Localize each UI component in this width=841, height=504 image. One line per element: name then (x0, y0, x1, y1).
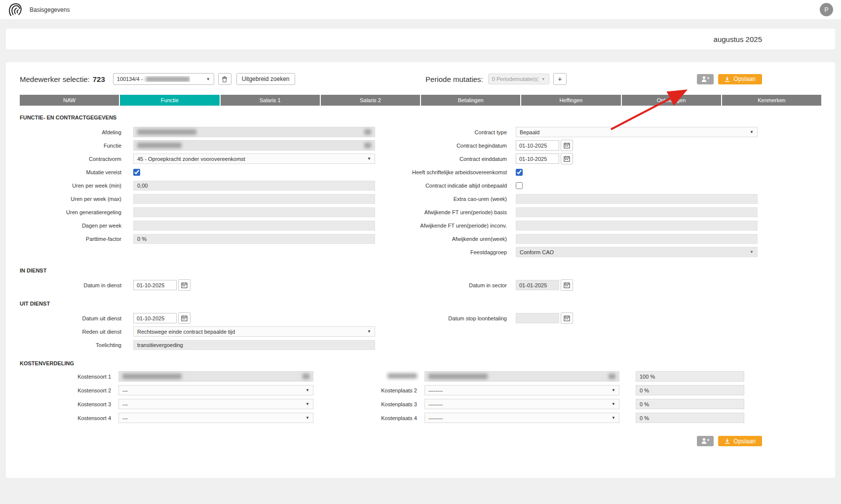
ft-inconv-input[interactable] (516, 221, 758, 231)
uren-max-row: Uren per week (max) (20, 192, 395, 205)
datum-in-sector-calendar-button[interactable] (561, 279, 573, 291)
kostensoort-4-value: --- (122, 415, 128, 421)
datum-in-sector-label: Datum in sector (410, 282, 516, 288)
kostenplaats-4-select[interactable]: -------- ▼ (424, 413, 619, 423)
tab-functie[interactable]: Functie (120, 95, 219, 106)
kosten-row-1: Kostensoort 1 (20, 371, 821, 382)
dagen-per-week-label: Dagen per week (20, 223, 133, 229)
contract-begindatum-input[interactable] (516, 140, 559, 151)
datum-in-dienst-calendar-button[interactable] (178, 279, 191, 291)
save-button-bottom[interactable]: Opslaan (718, 436, 762, 446)
toelichting-input[interactable] (133, 340, 375, 350)
caret-down-icon: ▼ (206, 77, 210, 81)
employee-select[interactable]: 100134/4 - ▼ (113, 73, 214, 85)
uren-min-input[interactable] (133, 181, 375, 191)
period-mutations-label: Periode mutaties: (425, 75, 483, 83)
extra-cao-input[interactable] (516, 194, 758, 204)
datum-uit-dienst-row: Datum uit dienst (20, 311, 395, 325)
ft-inconv-label: Afwijkende FT uren(periode) inconv. (410, 223, 516, 229)
datum-in-dienst-input[interactable] (133, 280, 177, 290)
kostensoort-4-select[interactable]: --- ▼ (118, 413, 313, 423)
datum-in-dienst-label: Datum in dienst (20, 282, 133, 288)
parttime-factor-row: Parttime-factor (20, 232, 395, 245)
app-header: Basisgegevens P (0, 0, 841, 20)
caret-down-icon: ▼ (612, 416, 615, 420)
stop-loonbetaling-calendar-button[interactable] (561, 312, 573, 324)
kostenplaats-3-select[interactable]: -------- ▼ (424, 399, 619, 409)
feestdaggroep-select[interactable]: Conform CAO ▼ (516, 247, 758, 257)
kostensoort-1-select[interactable] (118, 371, 313, 382)
employee-number: 100134/4 - (117, 76, 143, 82)
person-add-icon (701, 76, 710, 82)
datum-uit-dienst-input[interactable] (133, 313, 177, 323)
contract-einddatum-row: Contract einddatum (410, 152, 821, 165)
advanced-search-button[interactable]: Uitgebreid zoeken (236, 73, 295, 85)
tab-heffingen[interactable]: Heffingen (521, 95, 620, 106)
indicatie-onbepaald-checkbox[interactable] (516, 182, 523, 189)
toelichting-row: Toelichting (20, 338, 395, 351)
calendar-icon (564, 282, 570, 288)
kostensoort-2-select[interactable]: --- ▼ (118, 385, 313, 395)
schriftelijk-checkbox[interactable] (516, 169, 523, 176)
stop-loonbetaling-input[interactable] (516, 313, 559, 323)
redacted-caret (364, 129, 371, 135)
datum-uit-dienst-calendar-button[interactable] (178, 312, 191, 324)
kosten-percentage-3-input[interactable] (636, 399, 744, 409)
kostenplaats-1-label (313, 373, 424, 380)
period-bar: augustus 2025 (6, 29, 835, 49)
ft-basis-input[interactable] (516, 207, 758, 217)
contractvorm-select[interactable]: 45 - Oproepkracht zonder voorovereenkoms… (133, 154, 375, 164)
dagen-per-week-input[interactable] (133, 221, 375, 231)
uren-generatie-input[interactable] (133, 207, 375, 217)
employee-selection-group: Medewerker selectie: 723 100134/4 - ▼ Ui… (20, 73, 295, 85)
contract-einddatum-calendar-button[interactable] (561, 153, 573, 164)
tab-naw[interactable]: NAW (20, 95, 119, 106)
redacted-kostenplaats-value (428, 374, 488, 379)
kostensoort-3-select[interactable]: --- ▼ (118, 399, 313, 409)
afwijkende-uren-input[interactable] (516, 234, 758, 244)
tab-betalingen[interactable]: Betalingen (421, 95, 520, 106)
functie-select[interactable] (133, 140, 375, 151)
tab-opleidingen[interactable]: Opleidingen (622, 95, 721, 106)
datum-in-dienst-row: Datum in dienst (20, 278, 395, 292)
add-employee-button[interactable] (697, 74, 714, 84)
parttime-factor-input[interactable] (133, 234, 375, 244)
trash-icon (222, 76, 228, 82)
kostenplaats-4-value: -------- (428, 415, 443, 421)
afdeling-select[interactable] (133, 127, 375, 137)
reden-uit-dienst-select[interactable]: Rechtswege einde contract bepaalde tijd … (133, 326, 375, 337)
page-title: Basisgegevens (30, 6, 70, 13)
user-avatar[interactable]: P (820, 3, 833, 16)
bottom-actions: Opslaan (20, 436, 762, 446)
in-dienst-grid: Datum in dienst (20, 278, 821, 292)
contract-begindatum-calendar-button[interactable] (561, 140, 573, 151)
tab-kenmerken[interactable]: Kenmerken (722, 95, 821, 106)
delete-employee-button[interactable] (218, 73, 231, 85)
mutatie-vereist-checkbox[interactable] (133, 169, 140, 176)
add-employee-button-bottom[interactable] (697, 436, 714, 446)
period-mutations-value: 0 Periodemutatie(s) ..... (492, 76, 538, 82)
indicatie-onbepaald-row: Contract indicatie altijd onbepaald (410, 179, 821, 192)
period-mutations-select[interactable]: 0 Periodemutatie(s) ..... ▼ (488, 74, 549, 84)
add-period-mutation-button[interactable]: + (553, 73, 567, 85)
reden-uit-dienst-row: Reden uit dienst Rechtswege einde contra… (20, 325, 395, 338)
tab-salaris-2[interactable]: Salaris 2 (321, 95, 420, 106)
redacted-functie-value (137, 143, 182, 148)
kosten-percentage-1-input[interactable] (636, 371, 744, 382)
uren-max-input[interactable] (133, 194, 375, 204)
caret-down-icon: ▼ (612, 402, 615, 406)
datum-in-sector-input[interactable] (516, 280, 559, 290)
download-icon (725, 438, 730, 444)
kosten-percentage-4-input[interactable] (636, 413, 744, 423)
kostenplaats-1-select[interactable] (424, 371, 619, 382)
tab-salaris-1[interactable]: Salaris 1 (221, 95, 320, 106)
functie-row: Functie (20, 139, 395, 152)
calendar-icon (181, 315, 188, 321)
contract-type-select[interactable]: Bepaald ▼ (516, 127, 758, 137)
kostenplaats-2-select[interactable]: -------- ▼ (424, 385, 619, 395)
contract-einddatum-input[interactable] (516, 154, 559, 164)
kosten-percentage-2-input[interactable] (636, 385, 744, 395)
save-button[interactable]: Opslaan (718, 74, 762, 84)
section-title-kostenverdeling: KOSTENVERDELING (20, 360, 821, 366)
afwijkende-uren-label: Afwijkende uren(week) (410, 236, 516, 242)
